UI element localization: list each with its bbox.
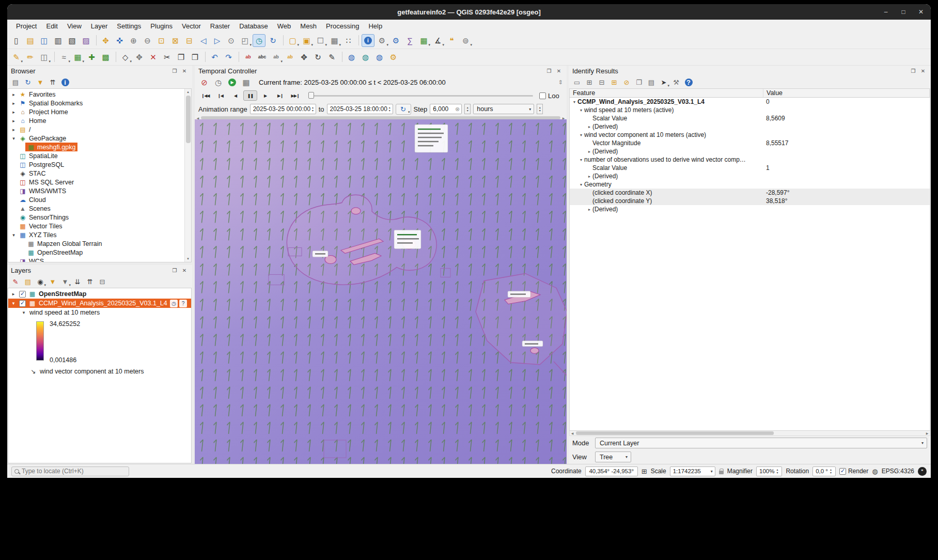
field-calculator-icon[interactable]: ∷ [342,34,355,47]
expand-arrow[interactable]: ▾ [578,108,584,113]
select-features-icon[interactable]: ▢ [286,34,299,47]
deselect-features-icon[interactable]: ☐ [314,34,327,47]
processing-options-icon[interactable]: ⚙ [389,34,402,47]
clear-results-icon[interactable]: ⊘ [621,76,632,88]
expand-arrow[interactable]: ▸ [586,149,592,154]
panel-overflow-icon[interactable]: ⇕ [558,79,564,86]
pan-to-selection-icon[interactable]: ✜ [113,34,126,47]
filter-legend-icon[interactable]: ▼ [47,276,58,287]
filter-browser-icon[interactable]: ▼ [35,76,46,88]
vertex-tool-icon[interactable]: ◇ [119,51,132,64]
result-row[interactable]: ▸(Derived) [570,172,930,180]
tree-item[interactable]: ▸ ▤/ [8,125,191,134]
loop-checkbox[interactable] [539,92,546,99]
expand-arrow[interactable]: ▸ [586,125,592,129]
undo-icon[interactable]: ↶ [208,51,221,64]
result-row[interactable]: ▸(Derived) [570,147,930,155]
tree-item[interactable]: ◫PostgreSQL [8,160,191,169]
expand-all-icon[interactable]: ⇊ [72,276,83,287]
menu-processing[interactable]: Processing [321,21,364,32]
tree-item[interactable]: ◈STAC [8,169,191,178]
label-options-icon[interactable]: abc [256,51,269,64]
add-group-icon[interactable]: ▤ [22,276,34,287]
select-by-value-icon[interactable]: ▣ [300,34,313,47]
close-panel-button[interactable]: ✕ [180,68,189,74]
filter-expression-icon[interactable]: ▼ [59,276,71,287]
step-spinner[interactable] [464,104,471,114]
tree-item[interactable]: ▦Mapzen Global Terrain [8,239,191,248]
menu-vector[interactable]: Vector [177,21,206,32]
identify-mode-icon[interactable]: ➤ [658,76,669,88]
previous-frame-button[interactable]: ❙◀ [213,90,227,101]
osm-tools-icon[interactable]: ⚙ [387,51,400,64]
export-animation-icon[interactable]: ▦ [240,76,253,89]
result-row[interactable]: Scalar Value 8,5609 [570,114,930,122]
pan-map-icon[interactable]: ✥ [99,34,112,47]
expand-arrow[interactable]: ▾ [578,133,584,137]
map-themes-icon[interactable]: ◉ [35,276,46,287]
step-input[interactable]: 6,000 ⊗ [430,104,462,114]
coordinate-input[interactable] [585,466,638,476]
layer-visibility-checkbox[interactable] [19,291,26,298]
float-panel-button[interactable]: ❐ [909,68,917,74]
fixed-range-icon[interactable]: ◷ [212,76,225,89]
expand-arrow[interactable]: ▾ [10,136,17,141]
change-label-icon[interactable]: ✎ [325,51,338,64]
tree-item[interactable]: ▾ ◈GeoPackage [8,134,191,143]
delete-selected-icon[interactable]: ✕ [147,51,160,64]
result-row[interactable]: Vector Magnitude 8,55517 [570,139,930,147]
magnifier-spinbox[interactable]: 100% [756,466,782,476]
web-globe-icon[interactable]: ◍ [359,51,372,64]
render-checkbox[interactable] [839,468,846,475]
print-results-icon[interactable]: ▤ [646,76,657,88]
feature-column-header[interactable]: Feature [570,89,763,97]
refresh-browser-icon[interactable]: ↻ [22,76,34,88]
redo-icon[interactable]: ↷ [222,51,235,64]
expand-arrow[interactable]: ▾ [578,182,584,187]
minimize-button[interactable]: – [882,8,889,15]
expand-arrow[interactable]: ▸ [10,92,17,97]
style-manager-icon[interactable]: ▨ [80,34,92,47]
identify-settings-icon[interactable]: ⚒ [670,76,682,88]
tree-item[interactable]: ▸ ⚑Spatial Bookmarks [8,99,191,107]
scrollbar-thumb[interactable] [186,96,191,143]
show-summary-icon[interactable]: ▦ [417,34,430,47]
result-row[interactable]: ▾Geometry [570,180,930,189]
range-start-input[interactable]: 2025-03-25 00:00:00 [250,104,316,114]
separator[interactable] [356,34,361,47]
zoom-full-icon[interactable]: ⊡ [155,34,168,47]
expand-arrow[interactable]: ▸ [10,118,17,123]
collapse-tree-icon[interactable]: ⊟ [596,76,607,88]
labeling-icon[interactable]: ab [242,51,255,64]
globe-icon[interactable]: ◍ [872,468,878,475]
zoom-last-icon[interactable]: ◁ [197,34,210,47]
temporal-off-icon[interactable]: ⊘ [198,76,211,89]
pause-button[interactable]: ❚❚ [243,90,257,101]
layer-notes-badge[interactable]: ? [179,300,187,307]
expand-arrow[interactable]: ▾ [578,158,584,162]
mode-combo[interactable]: Current Layer [595,438,927,448]
result-row[interactable]: ▾CCMP_Wind_Analysis_20250325_V03.1_L4 0 [570,98,930,106]
float-panel-button[interactable]: ❐ [545,68,553,74]
separator[interactable] [52,51,56,64]
expand-arrow[interactable]: ▸ [10,127,17,132]
zoom-native-icon[interactable]: ⊙ [225,34,238,47]
pin-labels-icon[interactable]: ab [270,51,283,64]
result-row[interactable]: (clicked coordinate Y) 38,518° [570,197,930,205]
menu-settings[interactable]: Settings [112,21,146,32]
help-icon[interactable]: ? [683,76,694,88]
tree-item[interactable]: ▦OpenStreetMap [8,248,191,257]
tree-item[interactable]: ▾ ▦XYZ Tiles [8,230,191,239]
tree-item[interactable]: ◨WMS/WMTS [8,186,191,195]
result-row[interactable]: ▸(Derived) [570,205,930,213]
open-project-icon[interactable]: ▤ [24,34,37,47]
crs-label[interactable]: EPSG:4326 [882,468,914,475]
lock-icon[interactable] [719,471,724,474]
menu-layer[interactable]: Layer [86,21,113,32]
extents-icon[interactable]: ⊞ [642,468,647,475]
result-row[interactable]: (clicked coordinate X) -28,597° [570,189,930,197]
mesh-digitizing-icon[interactable]: ▦ [71,51,84,64]
spinner-icon[interactable] [310,106,315,112]
menu-project[interactable]: Project [11,21,41,32]
map-tips-icon[interactable]: ❝ [445,34,458,47]
